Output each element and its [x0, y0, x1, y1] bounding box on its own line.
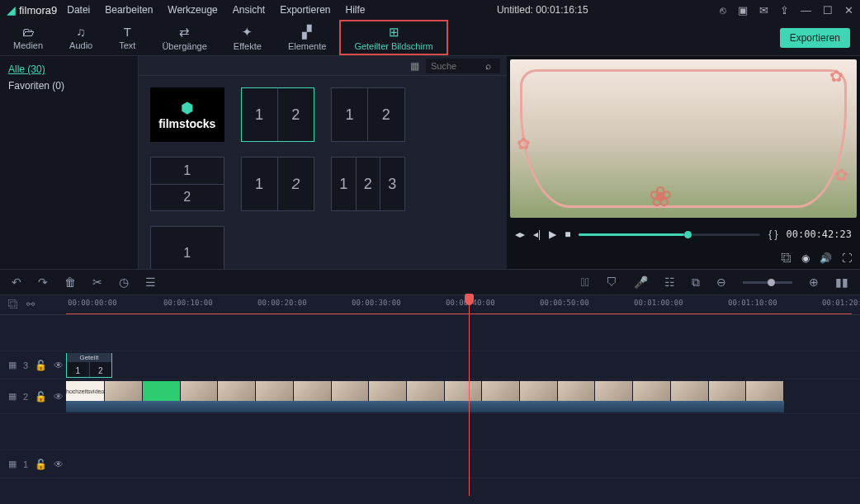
mixer-icon[interactable]: ☷ [664, 276, 675, 289]
copy-icon[interactable]: ⿻ [8, 299, 18, 310]
stop-button[interactable]: ■ [565, 228, 570, 240]
eye-icon[interactable]: 👁 [54, 391, 64, 403]
preview-viewport[interactable]: ✿ ✿ ❀ ✿ [510, 59, 857, 218]
playhead[interactable] [469, 295, 470, 496]
sidebar-item-alle[interactable]: Alle (30) [8, 61, 130, 78]
video-clip[interactable] [746, 381, 784, 401]
video-clip[interactable] [181, 381, 219, 401]
camera-icon[interactable]: ◉ [801, 252, 810, 264]
settings-button[interactable]: ☰ [145, 276, 156, 289]
tab-medien[interactable]: 🗁Medien [0, 20, 56, 55]
zoom-out-button[interactable]: ⊖ [716, 276, 726, 289]
zoom-slider[interactable] [743, 281, 792, 284]
video-clip[interactable] [558, 381, 596, 401]
splitscreen-icon: ⊞ [389, 25, 399, 40]
progress-thumb[interactable] [684, 231, 692, 238]
time-ruler[interactable]: ⿻ ⚯ 00:00:00:00 00:00:10:00 00:00:20:00 … [0, 295, 860, 315]
lock-icon[interactable]: 🔓 [35, 391, 47, 403]
video-clip[interactable] [633, 381, 671, 401]
video-clip[interactable] [595, 381, 633, 401]
cut-button[interactable]: ✂ [92, 276, 102, 289]
save-icon[interactable]: ▣ [738, 4, 748, 16]
play-button[interactable]: ▶ [549, 228, 556, 240]
video-clips[interactable]: hochzeitsvideo [66, 381, 784, 401]
lock-icon[interactable]: 🔓 [35, 459, 47, 470]
menu-exportieren[interactable]: Exportieren [280, 4, 330, 16]
video-clip[interactable] [407, 381, 445, 401]
video-clip[interactable] [256, 381, 294, 401]
video-clip[interactable] [218, 381, 256, 401]
flower-decoration: ✿ [829, 66, 843, 86]
cell-1: 1 [332, 158, 357, 210]
menu-datei[interactable]: Datei [67, 4, 90, 16]
template-split-2diag[interactable]: 12 [241, 157, 315, 211]
video-clip[interactable] [369, 381, 407, 401]
delete-button[interactable]: 🗑 [64, 276, 76, 289]
fullscreen-icon[interactable]: ⛶ [842, 252, 852, 264]
tab-geteilter-bildschirm[interactable]: ⊞Geteilter Bildschirm [339, 20, 447, 55]
menu-bearbeiten[interactable]: Bearbeiten [105, 4, 153, 16]
grid-view-icon[interactable]: ▦ [410, 60, 419, 72]
zoom-thumb[interactable] [768, 279, 775, 286]
prev-frame-button[interactable]: ◂▸ [515, 228, 525, 240]
cell-1: 1 [151, 158, 224, 185]
template-split-2v-b[interactable]: 12 [331, 87, 405, 142]
search-icon[interactable]: ⌕ [485, 60, 491, 72]
video-clip[interactable] [445, 381, 483, 401]
step-back-button[interactable]: ◂| [533, 228, 541, 240]
video-clip[interactable] [105, 381, 143, 401]
video-clip[interactable] [671, 381, 709, 401]
template-split-2h[interactable]: 12 [150, 157, 224, 211]
search-input[interactable] [431, 61, 480, 71]
video-clip[interactable] [520, 381, 558, 401]
split-clip[interactable]: Geteilt 1 2 [66, 353, 112, 378]
eye-icon[interactable]: 👁 [54, 459, 64, 470]
audio-waveform[interactable] [66, 401, 784, 412]
undo-button[interactable]: ↶ [12, 276, 21, 289]
video-clip[interactable] [143, 381, 181, 401]
maximize-icon[interactable]: ☐ [823, 4, 833, 16]
close-icon[interactable]: ✕ [844, 4, 853, 16]
menu-werkzeuge[interactable]: Werkzeuge [168, 4, 217, 16]
video-clip[interactable] [709, 381, 747, 401]
tab-effekte[interactable]: ✦Effekte [220, 20, 275, 55]
minimize-icon[interactable]: — [801, 4, 811, 16]
crop-icon[interactable]: ⧉ [692, 276, 700, 290]
progress-bar[interactable] [579, 233, 760, 236]
volume-icon[interactable]: 🔊 [820, 252, 832, 264]
track-1-content[interactable] [66, 450, 860, 478]
menu-ansicht[interactable]: Ansicht [233, 4, 265, 16]
zoom-in-button[interactable]: ⊕ [809, 276, 819, 289]
export-button[interactable]: Exportieren [780, 28, 850, 48]
mail-icon[interactable]: ✉ [759, 4, 768, 16]
filmstocks-tile[interactable]: ⬢ filmstocks [150, 87, 224, 142]
redo-button[interactable]: ↷ [38, 276, 48, 289]
video-clip[interactable]: hochzeitsvideo [66, 381, 105, 401]
tab-elemente[interactable]: ▞Elemente [275, 20, 339, 55]
voiceover-icon[interactable]: 🎤 [634, 276, 648, 289]
template-split-partial[interactable]: 1 [150, 226, 224, 269]
template-split-2v[interactable]: 12 [241, 87, 315, 142]
tab-text[interactable]: TText [106, 20, 149, 55]
link-icon[interactable]: ⚯ [26, 299, 35, 310]
snapshot-to-screen-icon[interactable]: ⿻ [782, 252, 791, 264]
eye-icon[interactable]: 👁 [54, 360, 64, 371]
sidebar-item-favoriten[interactable]: Favoriten (0) [8, 78, 130, 94]
video-clip[interactable] [294, 381, 332, 401]
track-3-content[interactable]: Geteilt 1 2 [66, 351, 860, 379]
mic-icon[interactable]: ⇪ [780, 4, 789, 16]
tab-uebergaenge[interactable]: ⇄Übergänge [149, 20, 220, 55]
template-split-3v[interactable]: 123 [331, 157, 405, 211]
timer-button[interactable]: ◷ [119, 276, 129, 289]
fit-button[interactable]: ▮▮ [835, 276, 848, 289]
search-box[interactable]: ⌕ [426, 59, 500, 73]
shield-icon[interactable]: ⛉ [606, 276, 617, 289]
video-clip[interactable] [332, 381, 370, 401]
render-button[interactable]: ▶⃝ [581, 276, 589, 289]
track-2-content[interactable]: hochzeitsvideo [66, 379, 860, 413]
lock-icon[interactable]: 🔓 [35, 360, 47, 371]
menu-hilfe[interactable]: Hilfe [346, 4, 366, 16]
account-icon[interactable]: ⎋ [720, 4, 726, 16]
tab-audio[interactable]: ♫Audio [56, 20, 106, 55]
video-clip[interactable] [482, 381, 520, 401]
